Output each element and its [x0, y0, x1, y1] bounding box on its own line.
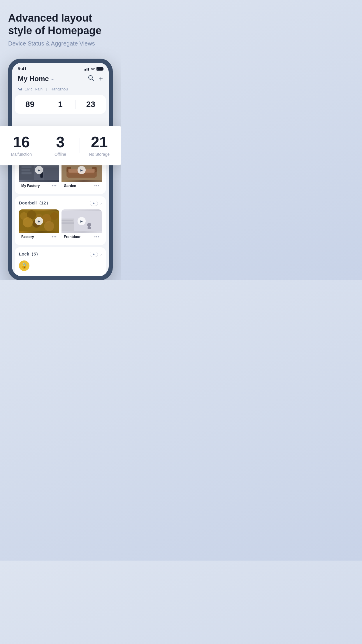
- doorbell-section-actions: ▶ ›: [90, 201, 102, 206]
- home-title-row[interactable]: My Home ⌄: [18, 75, 54, 83]
- phone-stat-num-3: 23: [76, 100, 106, 109]
- svg-rect-29: [61, 220, 73, 221]
- stat-no-storage: 21 No Storage: [80, 134, 119, 157]
- status-time: 9:41: [18, 66, 27, 71]
- phone-frame: 9:41: [8, 59, 113, 280]
- offline-count: 3: [41, 134, 80, 150]
- doorbell-factory-play-button[interactable]: ▶: [35, 217, 43, 225]
- wifi-icon: [90, 66, 95, 71]
- lock-icon-1[interactable]: 🔒: [19, 260, 29, 271]
- stat-malfunction: 16 Malfunction: [2, 134, 41, 157]
- phone-stat-num-1: 89: [15, 100, 45, 109]
- add-icon[interactable]: +: [99, 75, 103, 83]
- hero-title: Advanced layout style of Homepage: [8, 12, 113, 37]
- header-actions: +: [88, 75, 103, 83]
- status-icons: [84, 66, 103, 71]
- no-storage-count: 21: [80, 134, 119, 150]
- doorbell-card-factory[interactable]: ▶ Factory •••: [19, 209, 59, 241]
- doorbell-play-icon: ▶: [93, 202, 95, 204]
- lock-icons-row: 🔒: [19, 260, 102, 272]
- signal-icon: [84, 67, 89, 71]
- signal-bar-2: [85, 69, 86, 71]
- svg-line-1: [92, 79, 94, 81]
- doorbell-frontdoor-label-row: Frontdoor •••: [61, 233, 102, 241]
- offline-label: Offline: [41, 152, 80, 157]
- svg-rect-7: [44, 168, 59, 180]
- weather-bar: 🌤 16°c Rain | Hangzhou: [12, 86, 109, 95]
- doorbell-frontdoor-play-button[interactable]: ▶: [78, 217, 86, 225]
- signal-bar-1: [84, 69, 85, 71]
- malfunction-label: Malfunction: [2, 152, 41, 157]
- svg-rect-6: [22, 172, 32, 174]
- svg-point-26: [44, 221, 54, 231]
- no-storage-label: No Storage: [80, 152, 119, 157]
- lock-section-header: Lock（5） ▶ ›: [19, 251, 102, 257]
- phone-stats-row: 89 1 23: [15, 95, 106, 114]
- garden-camera-name: Garden: [64, 184, 76, 188]
- svg-point-22: [23, 217, 33, 228]
- doorbell-section-title: Doorbell（12）: [19, 200, 50, 206]
- svg-point-25: [50, 212, 58, 220]
- hero-subtitle: Device Status & Aggregate Views: [8, 40, 113, 47]
- doorbell-frontdoor-more-button[interactable]: •••: [94, 235, 99, 239]
- doorbell-section: Doorbell（12） ▶ ›: [15, 196, 106, 245]
- lock-play-icon: ▶: [93, 253, 95, 256]
- chevron-down-icon[interactable]: ⌄: [51, 76, 54, 81]
- svg-rect-32: [88, 227, 91, 229]
- doorbell-factory-name: Factory: [21, 235, 34, 239]
- doorbell-section-arrow[interactable]: ›: [100, 201, 102, 206]
- phone-stat-num-2: 1: [45, 100, 75, 109]
- doorbell-factory-label-row: Factory •••: [19, 233, 59, 241]
- factory-play-button[interactable]: ▶: [35, 166, 43, 174]
- stat-offline: 3 Offline: [41, 134, 80, 157]
- malfunction-count: 16: [2, 134, 41, 150]
- search-icon[interactable]: [88, 75, 94, 83]
- weather-city: Hangzhou: [50, 87, 68, 91]
- svg-point-31: [87, 223, 91, 227]
- phone-stat-3: 23: [76, 100, 106, 109]
- svg-rect-4: [22, 166, 32, 168]
- weather-divider: |: [46, 87, 47, 91]
- signal-bar-3: [87, 68, 87, 71]
- floating-stats-card: 16 Malfunction 3 Offline 21 No Storage: [0, 126, 121, 165]
- doorbell-factory-more-button[interactable]: •••: [52, 235, 57, 239]
- doorbell-frontdoor-name: Frontdoor: [64, 235, 80, 239]
- doorbell-thumb-factory: ▶: [19, 209, 59, 233]
- factory-camera-name: My Factory: [21, 184, 40, 188]
- factory-label-row: My Factory •••: [19, 182, 59, 190]
- phone-mockup: 16 Malfunction 3 Offline 21 No Storage 9…: [8, 59, 113, 280]
- svg-rect-30: [61, 223, 74, 224]
- phone-screen: 9:41: [12, 63, 109, 276]
- doorbell-section-header: Doorbell（12） ▶ ›: [19, 200, 102, 206]
- lock-section-title: Lock（5）: [19, 251, 40, 257]
- doorbell-thumb-frontdoor: ▶: [61, 209, 102, 233]
- phone-stat-1: 89: [15, 100, 45, 109]
- weather-temp: 16°c: [25, 87, 32, 91]
- battery-icon: [96, 67, 103, 71]
- factory-more-button[interactable]: •••: [52, 183, 57, 188]
- doorbell-grid: ▶ Factory •••: [19, 209, 102, 241]
- doorbell-play-all-button[interactable]: ▶: [90, 201, 98, 206]
- lock-play-all-button[interactable]: ▶: [90, 252, 98, 257]
- weather-emoji: 🌤: [18, 86, 22, 92]
- hero-section: Advanced layout style of Homepage Device…: [0, 0, 121, 53]
- garden-play-button[interactable]: ▶: [78, 166, 86, 174]
- status-bar: 9:41: [12, 63, 109, 72]
- home-title-text: My Home: [18, 75, 49, 83]
- app-header: My Home ⌄ +: [12, 72, 109, 86]
- lock-section-actions: ▶ ›: [90, 252, 102, 257]
- garden-label-row: Garden •••: [61, 182, 102, 190]
- lock-section-arrow[interactable]: ›: [100, 252, 102, 257]
- lock-section: Lock（5） ▶ › 🔒: [15, 247, 106, 276]
- battery-fill: [97, 68, 102, 70]
- weather-condition: Rain: [35, 87, 43, 91]
- phone-stat-2: 1: [45, 100, 75, 109]
- doorbell-card-frontdoor[interactable]: ▶ Frontdoor •••: [61, 209, 102, 241]
- garden-more-button[interactable]: •••: [94, 183, 99, 188]
- svg-rect-5: [22, 169, 30, 172]
- signal-bar-4: [88, 68, 89, 71]
